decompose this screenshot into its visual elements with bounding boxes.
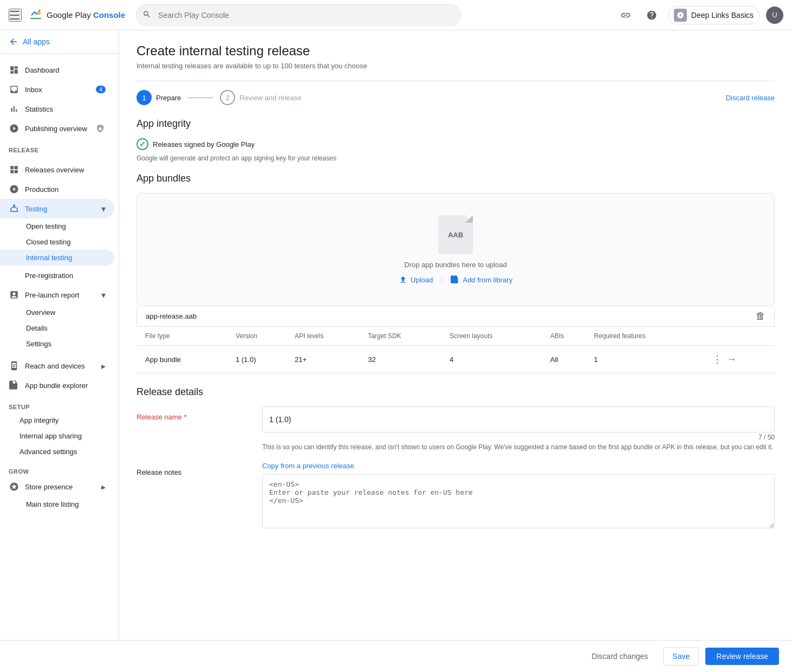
table-row: App bundle 1 (1.0) 21+ 32 4 All 1 ⋮ → — [137, 346, 775, 373]
sidebar-item-overview[interactable]: Overview — [0, 305, 114, 320]
step-1-num: 1 — [137, 90, 152, 105]
sidebar-item-releases-overview[interactable]: Releases overview — [0, 160, 114, 179]
sidebar-item-production[interactable]: Production — [0, 179, 114, 199]
inbox-badge: 4 — [96, 86, 106, 93]
upload-zone[interactable]: AAB Drop app bundles here to upload Uplo… — [137, 193, 775, 306]
grow-section-label: Grow — [0, 464, 119, 477]
discard-release-link[interactable]: Discard release — [726, 94, 775, 102]
row-more-button[interactable]: ⋮ — [711, 352, 723, 366]
menu-button[interactable] — [9, 9, 22, 22]
page-divider — [137, 81, 775, 81]
integrity-sub-text: Google will generate and protect an app … — [137, 154, 775, 162]
release-name-content: 7 / 50 This is so you can identify this … — [262, 406, 775, 451]
upload-button[interactable]: Upload — [399, 275, 433, 284]
sidebar-item-app-bundle-explorer[interactable]: App bundle explorer — [0, 376, 114, 395]
sidebar-item-main-store-listing[interactable]: Main store listing — [0, 496, 114, 512]
col-version: Version — [231, 327, 290, 346]
sidebar-item-reach-devices[interactable]: Reach and devices ▸ — [0, 356, 114, 376]
statistics-icon — [9, 104, 20, 114]
discard-changes-button[interactable]: Discard changes — [583, 648, 657, 665]
testing-submenu: Open testing Closed testing Internal tes… — [0, 218, 119, 266]
add-library-button[interactable]: Add from library — [451, 275, 512, 284]
sidebar-item-pre-launch-report[interactable]: Pre-launch report ▾ — [0, 285, 114, 305]
cell-screen-layouts: 4 — [445, 346, 546, 373]
reach-devices-icon — [9, 360, 20, 371]
dashboard-icon — [9, 64, 20, 75]
page-subtitle: Internal testing releases are available … — [137, 62, 775, 70]
char-count: 7 / 50 — [262, 434, 775, 441]
logo-icon — [28, 8, 43, 23]
release-notes-label: Release notes — [137, 462, 245, 476]
review-release-button[interactable]: Review release — [705, 648, 779, 665]
sidebar-item-details[interactable]: Details — [0, 320, 114, 336]
row-navigate-button[interactable]: → — [725, 353, 737, 366]
app-name-chip[interactable]: Deep Links Basics — [668, 6, 759, 24]
topbar-right: Deep Links Basics U — [616, 5, 783, 25]
help-button[interactable] — [642, 5, 661, 25]
save-button[interactable]: Save — [663, 647, 699, 665]
required-star: * — [184, 413, 186, 421]
search-icon — [142, 10, 151, 20]
release-name-hint: This is so you can identify this release… — [262, 443, 775, 451]
bundle-file-row: app-release.aab 🗑 — [137, 306, 775, 327]
publishing-icon — [9, 123, 20, 134]
step-2-label: Review and release — [239, 94, 301, 102]
upload-actions: Upload Add from library — [399, 275, 512, 284]
cell-abis: All — [546, 346, 590, 373]
sidebar-item-advanced-settings[interactable]: Advanced settings — [0, 444, 114, 460]
pre-registration-icon — [9, 270, 20, 281]
step-1: 1 Prepare — [137, 90, 181, 105]
reach-expand-icon: ▸ — [101, 361, 106, 371]
cell-file-type: App bundle — [137, 346, 231, 373]
sidebar-item-publishing[interactable]: Publishing overview — [0, 119, 114, 138]
setup-section-label: Setup — [0, 399, 119, 412]
release-name-input[interactable] — [262, 406, 775, 432]
release-notes-content: Copy from a previous release <en-US> Ent… — [262, 462, 775, 530]
sidebar-item-closed-testing[interactable]: Closed testing — [0, 234, 114, 250]
upload-separator — [442, 275, 442, 284]
publishing-disabled-icon — [95, 123, 106, 134]
pre-launch-icon — [9, 289, 20, 300]
integrity-check-icon: ✓ — [137, 138, 148, 150]
cell-row-actions: ⋮ → — [707, 346, 775, 373]
sidebar-item-app-integrity[interactable]: App integrity — [0, 412, 114, 428]
search-input[interactable] — [136, 4, 461, 26]
col-abis: ABIs — [546, 327, 590, 346]
main-content: Create internal testing release Internal… — [119, 30, 792, 640]
link-button[interactable] — [616, 5, 635, 25]
aab-file-icon: AAB — [438, 215, 473, 254]
copy-from-previous-link[interactable]: Copy from a previous release — [262, 462, 775, 470]
row-actions: ⋮ → — [711, 352, 770, 366]
col-api-levels: API levels — [290, 327, 363, 346]
sidebar-item-dashboard[interactable]: Dashboard — [0, 60, 114, 80]
main-nav-section: Dashboard Inbox 4 Statistics Publishing — [0, 56, 119, 143]
delete-bundle-button[interactable]: 🗑 — [756, 311, 765, 322]
sidebar-item-store-presence[interactable]: Store presence ▸ — [0, 477, 114, 496]
logo[interactable]: Google Play Console — [28, 8, 125, 23]
sidebar-item-internal-testing[interactable]: Internal testing — [0, 250, 114, 266]
step-1-label: Prepare — [156, 94, 181, 102]
app-integrity-title: App integrity — [137, 118, 775, 130]
stepper: 1 Prepare 2 Review and release Discard r… — [137, 90, 775, 105]
sidebar-item-settings[interactable]: Settings — [0, 336, 114, 352]
release-details-title: Release details — [137, 386, 775, 398]
sidebar-item-internal-app-sharing[interactable]: Internal app sharing — [0, 428, 114, 444]
release-notes-textarea[interactable]: <en-US> Enter or paste your release note… — [262, 474, 775, 528]
pre-launch-expand-icon: ▾ — [101, 290, 106, 300]
avatar[interactable]: U — [766, 7, 783, 24]
sidebar-item-testing[interactable]: Testing ▾ — [0, 199, 114, 218]
back-to-all-apps[interactable]: All apps — [0, 30, 119, 54]
sidebar-item-pre-registration[interactable]: Pre-registration — [0, 266, 114, 285]
col-screen-layouts: Screen layouts — [445, 327, 546, 346]
search-bar — [136, 4, 461, 26]
sidebar-item-open-testing[interactable]: Open testing — [0, 218, 114, 234]
svg-rect-0 — [28, 8, 43, 23]
step-2: 2 Review and release — [220, 90, 301, 105]
col-target-sdk: Target SDK — [363, 327, 445, 346]
sidebar-item-statistics[interactable]: Statistics — [0, 99, 114, 119]
production-icon — [9, 184, 20, 195]
sidebar-item-inbox[interactable]: Inbox 4 — [0, 80, 114, 99]
inbox-icon — [9, 84, 20, 95]
col-required-features: Required features — [589, 327, 707, 346]
bundle-table: File type Version API levels Target SDK … — [137, 327, 775, 373]
